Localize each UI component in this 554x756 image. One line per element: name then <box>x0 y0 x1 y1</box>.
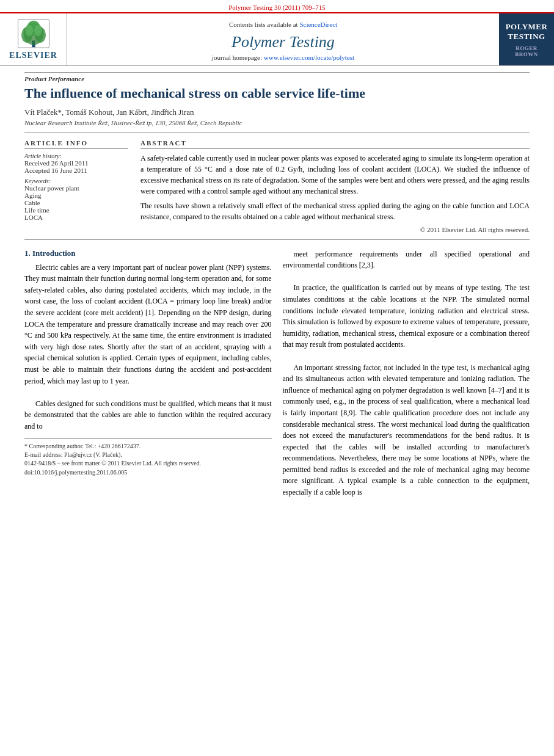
keyword-3: Cable <box>24 199 128 206</box>
elsevier-tree-icon <box>15 18 52 49</box>
journal-header-center: Contents lists available at ScienceDirec… <box>67 13 499 65</box>
abstract-panel: ABSTRACT A safety-related cable currentl… <box>140 139 530 233</box>
intro-paragraph-2: Cables designed for such conditions must… <box>24 398 272 432</box>
article-info-title: ARTICLE INFO <box>24 139 128 149</box>
article-title: The influence of mechanical stress on ca… <box>24 85 530 103</box>
main-content-columns: 1. Introduction Electric cables are a ve… <box>24 249 530 498</box>
brand-line2: TESTING <box>508 32 545 42</box>
journal-title: Polymer Testing <box>231 33 335 51</box>
affiliation: Nuclear Research Institute Řež, Husinec-… <box>24 119 530 126</box>
journal-citation: Polymer Testing 30 (2011) 709–715 <box>228 4 326 11</box>
keywords-section: Keywords: Nuclear power plant Aging Cabl… <box>24 178 128 221</box>
abstract-content: A safety-related cable currently used in… <box>140 153 530 222</box>
science-direct-link[interactable]: ScienceDirect <box>299 21 337 28</box>
email-line: E-mail address: Pla@ujv.cz (V. Plaček). <box>24 451 272 459</box>
history-label: Article history: <box>24 153 128 159</box>
left-column: 1. Introduction Electric cables are a ve… <box>24 249 272 498</box>
received-date: Received 26 April 2011 <box>24 159 128 167</box>
journal-citation-bar: Polymer Testing 30 (2011) 709–715 <box>0 0 554 12</box>
accepted-date: Accepted 16 June 2011 <box>24 167 128 174</box>
authors: Vít Plaček*, Tomáš Kohout, Jan Kábrt, Ji… <box>24 107 530 117</box>
keyword-2: Aging <box>24 192 128 199</box>
corresponding-author: * Corresponding author. Tel.: +420 26617… <box>24 442 272 451</box>
abstract-paragraph-2: The results have shown a relatively smal… <box>140 200 530 222</box>
license-line: 0142-9418/$ – see front matter © 2011 El… <box>24 459 272 468</box>
section-label: Product Performance <box>24 72 530 82</box>
svg-point-6 <box>34 25 42 36</box>
right-paragraph-2: In practice, the qualification is carrie… <box>283 282 530 351</box>
journal-header: ELSEVIER Contents lists available at Sci… <box>0 12 554 66</box>
publisher-logo-area: ELSEVIER <box>0 13 67 65</box>
elsevier-logo: ELSEVIER <box>9 18 57 60</box>
article-info-panel: ARTICLE INFO Article history: Received 2… <box>24 139 128 233</box>
keyword-5: LOCA <box>24 214 128 221</box>
right-body: meet performance requirements under all … <box>283 249 530 498</box>
keyword-1: Nuclear power plant <box>24 184 128 192</box>
intro-body: Electric cables are a very important par… <box>24 262 272 432</box>
abstract-paragraph-1: A safety-related cable currently used in… <box>140 153 530 197</box>
abstract-title: ABSTRACT <box>140 139 530 149</box>
footnote-section: * Corresponding author. Tel.: +420 26617… <box>24 438 272 476</box>
info-abstract-section: ARTICLE INFO Article history: Received 2… <box>24 133 530 240</box>
right-paragraph-1: meet performance requirements under all … <box>283 249 530 271</box>
elsevier-label: ELSEVIER <box>9 51 57 60</box>
keyword-4: Life time <box>24 206 128 214</box>
homepage-url[interactable]: www.elsevier.com/locate/polytest <box>264 54 354 61</box>
page: Polymer Testing 30 (2011) 709–715 ELSEVI… <box>0 0 554 756</box>
doi-line: doi:10.1016/j.polymertesting.2011.06.005 <box>24 469 272 476</box>
brand-line1: POLYMER <box>506 22 548 32</box>
brand-sub: ROGER BROWN <box>504 45 549 57</box>
brand-box: POLYMER TESTING ROGER BROWN <box>499 13 554 65</box>
keywords-label: Keywords: <box>24 178 128 184</box>
journal-homepage: journal homepage: www.elsevier.com/locat… <box>212 54 354 61</box>
right-column: meet performance requirements under all … <box>283 249 530 498</box>
intro-heading: 1. Introduction <box>24 249 272 258</box>
article-body: Product Performance The influence of mec… <box>0 66 554 511</box>
intro-paragraph-1: Electric cables are a very important par… <box>24 262 272 387</box>
article-history: Article history: Received 26 April 2011 … <box>24 153 128 174</box>
copyright: © 2011 Elsevier Ltd. All rights reserved… <box>140 226 530 233</box>
svg-point-5 <box>25 25 33 36</box>
right-paragraph-3: An important stressing factor, not inclu… <box>283 362 530 498</box>
contents-available-line: Contents lists available at ScienceDirec… <box>229 21 337 28</box>
